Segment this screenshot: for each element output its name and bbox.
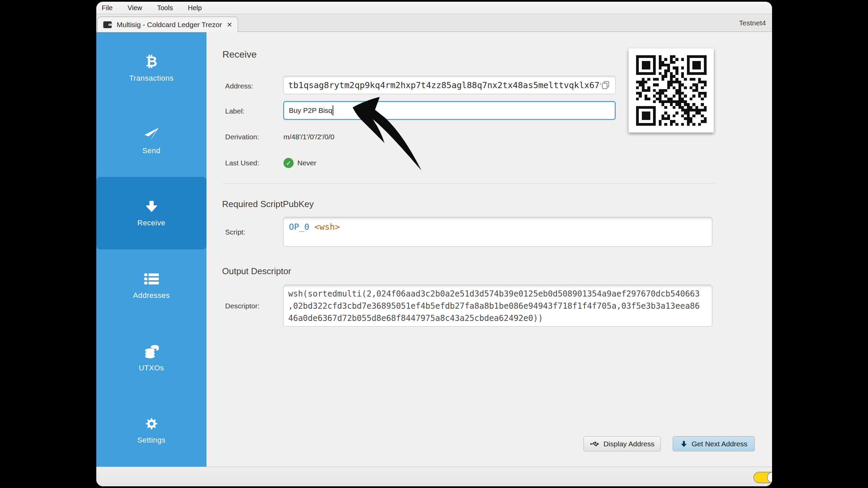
descriptor-box: wsh(sortedmulti(2,024f06aad3c2b0a2e51d3d… bbox=[283, 285, 712, 327]
sidebar-item-transactions[interactable]: ₿ Transactions bbox=[96, 32, 206, 105]
sidebar-item-label: Send bbox=[142, 146, 160, 155]
menu-tools[interactable]: Tools bbox=[157, 4, 173, 12]
sidebar-item-utxos[interactable]: UTXOs bbox=[96, 322, 206, 394]
script-opcode: OP_0 bbox=[289, 222, 309, 232]
paper-plane-icon bbox=[144, 127, 159, 142]
qr-code bbox=[629, 48, 714, 133]
receive-panel: Receive Address: tb1qsag8rytm2qp9kq4rm2h… bbox=[206, 32, 772, 467]
descriptor-line: wsh(sortedmulti(2,024f06aad3c2b0a2e51d3d… bbox=[288, 288, 707, 300]
text-caret bbox=[333, 105, 333, 116]
tab-title: Multisig - Coldcard Ledger Trezor bbox=[117, 21, 222, 29]
script-placeholder: <wsh> bbox=[314, 222, 340, 232]
label-label: Label: bbox=[225, 107, 244, 115]
derivation-label: Derivation: bbox=[225, 133, 259, 141]
sidebar-item-label: Addresses bbox=[133, 291, 170, 300]
sidebar: ₿ Transactions Send Receive bbox=[96, 32, 206, 467]
get-next-address-button[interactable]: Get Next Address bbox=[673, 436, 755, 451]
coins-icon bbox=[144, 344, 159, 359]
down-arrow-icon bbox=[680, 440, 688, 448]
toggle-knob bbox=[767, 472, 772, 483]
copy-icon[interactable] bbox=[600, 80, 611, 90]
scriptpubkey-heading: Required ScriptPubKey bbox=[222, 199, 314, 209]
down-arrow-icon bbox=[145, 199, 158, 214]
display-address-label: Display Address bbox=[604, 440, 655, 448]
main-area: ₿ Transactions Send Receive bbox=[96, 32, 772, 467]
menu-help[interactable]: Help bbox=[188, 4, 202, 12]
section-divider bbox=[222, 183, 716, 184]
sidebar-item-label: Settings bbox=[137, 436, 166, 445]
get-next-address-label: Get Next Address bbox=[692, 440, 748, 448]
sidebar-item-addresses[interactable]: Addresses bbox=[96, 249, 206, 322]
sidebar-item-receive[interactable]: Receive bbox=[96, 177, 206, 249]
address-value: tb1qsag8rytm2qp9kq4rm2hxp7t4zz85agl88q7n… bbox=[288, 80, 600, 90]
script-label: Script: bbox=[225, 228, 245, 236]
label-value: Buy P2P Bisq bbox=[289, 106, 332, 115]
bitcoin-icon: ₿ bbox=[145, 54, 157, 69]
display-address-button[interactable]: Display Address bbox=[584, 436, 661, 451]
derivation-value: m/48'/1'/0'/2'/0/0 bbox=[283, 133, 334, 141]
last-used-value: Never bbox=[297, 159, 316, 167]
check-circle-icon: ✓ bbox=[283, 158, 294, 168]
wallet-icon bbox=[103, 21, 112, 29]
sidebar-item-label: UTXOs bbox=[139, 364, 164, 372]
usb-icon bbox=[590, 440, 599, 448]
last-used-label: Last Used: bbox=[225, 159, 259, 167]
tab-close-icon[interactable]: ✕ bbox=[226, 21, 232, 29]
list-icon bbox=[144, 271, 159, 286]
descriptor-line: ,02bd322cfd3cbd7e36895051ef4b5efdb27fa8a… bbox=[288, 300, 707, 312]
menu-file[interactable]: File bbox=[102, 4, 113, 12]
descriptor-heading: Output Descriptor bbox=[222, 266, 291, 277]
script-box: OP_0 <wsh> bbox=[283, 217, 712, 247]
descriptor-label: Descriptor: bbox=[225, 302, 260, 310]
gear-icon bbox=[145, 416, 158, 431]
address-label: Address: bbox=[225, 82, 253, 90]
status-bar bbox=[96, 467, 772, 486]
tab-wallet-multisig[interactable]: Multisig - Coldcard Ledger Trezor ✕ bbox=[97, 17, 238, 32]
menu-bar: File View Tools Help bbox=[96, 2, 772, 14]
sidebar-item-send[interactable]: Send bbox=[96, 105, 206, 177]
tab-bar: Multisig - Coldcard Ledger Trezor ✕ Test… bbox=[96, 14, 772, 32]
address-field[interactable]: tb1qsag8rytm2qp9kq4rm2hxp7t4zz85agl88q7n… bbox=[283, 76, 616, 94]
theme-toggle[interactable] bbox=[753, 472, 772, 483]
descriptor-line: 46a0de6367d72b055d8e68f8447975a8c43a25cb… bbox=[288, 312, 707, 324]
sidebar-item-label: Receive bbox=[137, 219, 165, 227]
page-title: Receive bbox=[222, 49, 257, 60]
menu-view[interactable]: View bbox=[127, 4, 142, 12]
network-label: Testnet4 bbox=[739, 14, 766, 32]
label-input[interactable]: Buy P2P Bisq bbox=[283, 101, 616, 120]
app-window: File View Tools Help Multisig - Coldcard… bbox=[96, 2, 772, 486]
sidebar-item-settings[interactable]: Settings bbox=[96, 394, 206, 467]
sidebar-item-label: Transactions bbox=[129, 74, 174, 83]
